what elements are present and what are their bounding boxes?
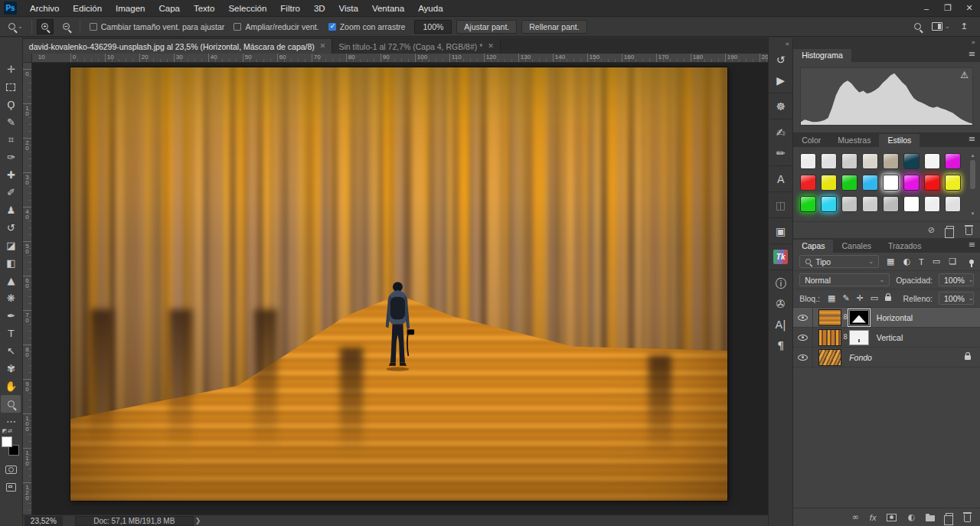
tab-close-icon[interactable]: ✕	[320, 43, 326, 50]
style-swatch[interactable]	[924, 196, 940, 212]
style-swatch[interactable]	[924, 175, 940, 191]
brush-tool[interactable]: ✐	[1, 184, 21, 201]
layer-mask-thumbnail[interactable]	[849, 310, 869, 325]
lock-artboard-icon[interactable]: ▭	[871, 294, 878, 302]
style-swatch[interactable]	[800, 196, 816, 212]
actions-panel-icon[interactable]: ▶	[769, 70, 792, 90]
visibility-cell[interactable]	[793, 348, 813, 367]
layer-name[interactable]: Vertical	[877, 333, 903, 342]
zoom-out-button[interactable]: −	[58, 19, 75, 34]
tab-canales[interactable]: Canales	[833, 240, 880, 253]
status-doc-size[interactable]: Doc: 57,1 MB/191,8 MB	[75, 516, 194, 526]
tab-close-icon[interactable]: ✕	[488, 43, 494, 50]
eyedropper-tool[interactable]: ✑	[1, 149, 21, 166]
history-brush-tool[interactable]: ↺	[1, 219, 21, 237]
brush-settings-panel-icon[interactable]: ✍	[769, 122, 792, 142]
workspace-switcher[interactable]: ⌄	[932, 22, 950, 31]
style-swatch[interactable]	[800, 153, 816, 169]
type-tool[interactable]: T	[1, 325, 21, 342]
eye-icon[interactable]	[798, 315, 808, 321]
menu-ventana[interactable]: Ventana	[365, 4, 411, 13]
tab-capas[interactable]: Capas	[793, 240, 833, 253]
quick-selection-tool[interactable]: ✎	[1, 113, 21, 131]
character-panel-icon[interactable]: A	[769, 168, 792, 189]
style-swatch[interactable]	[883, 153, 899, 169]
fill-screen-button[interactable]: Rellenar pant.	[521, 20, 586, 34]
filter-shape-layers-icon[interactable]: ▭	[933, 257, 940, 266]
opacity-field[interactable]: 100% ⌄	[939, 273, 974, 286]
path-selection-tool[interactable]: ↖	[1, 342, 21, 360]
checkbox-icon[interactable]	[234, 23, 241, 31]
search-icon[interactable]	[914, 23, 921, 30]
layer-thumbnail[interactable]	[818, 329, 841, 346]
fit-screen-button[interactable]: Ajustar pant.	[456, 20, 517, 34]
checkbox-option[interactable]: Ampliar/reducir vent.	[229, 22, 323, 31]
zoom-tool-preset[interactable]: ⌄	[5, 23, 27, 30]
checkbox-icon[interactable]	[90, 23, 97, 31]
info-panel-icon[interactable]: ⓘ	[769, 273, 792, 293]
foreground-background-colors[interactable]: ◩⇄	[2, 436, 20, 456]
device-preview-panel-icon[interactable]: ✇	[769, 293, 792, 314]
glyphs-panel-icon[interactable]: A|	[769, 314, 792, 335]
healing-brush-tool[interactable]: ✚	[1, 166, 21, 184]
status-chevron-icon[interactable]: ❯	[195, 518, 201, 524]
lock-position-icon[interactable]: ✛	[857, 294, 864, 302]
tk-actions-panel-icon[interactable]: Tk	[769, 247, 792, 267]
menu-imagen[interactable]: Imagen	[109, 4, 152, 13]
style-swatch[interactable]	[841, 196, 858, 212]
layer-row[interactable]: Fondo	[793, 348, 980, 368]
smudge-tool[interactable]: ❋	[1, 289, 21, 307]
style-swatch[interactable]	[945, 153, 961, 169]
blur-tool[interactable]: ▲	[1, 272, 21, 289]
lock-all-icon[interactable]	[885, 296, 891, 301]
pen-tool[interactable]: ✒	[1, 307, 21, 325]
canvas-image[interactable]	[70, 67, 727, 501]
style-swatch[interactable]	[945, 196, 961, 212]
new-layer-icon[interactable]	[946, 513, 953, 521]
style-swatch[interactable]	[841, 175, 858, 191]
adjustment-layer-icon[interactable]: ◐	[907, 513, 915, 521]
screen-mode-button[interactable]	[1, 479, 21, 496]
tab-trazados[interactable]: Trazados	[880, 240, 929, 253]
menu-3d[interactable]: 3D	[307, 4, 332, 13]
scroll-thumb[interactable]	[970, 160, 975, 189]
new-group-icon[interactable]	[926, 515, 935, 521]
style-swatch[interactable]	[821, 153, 837, 169]
tab-histograma[interactable]: Histograma	[793, 49, 851, 62]
lock-transparency-icon[interactable]: ▦	[828, 294, 835, 302]
style-swatch[interactable]	[945, 175, 961, 191]
filter-toggle-icon[interactable]	[969, 260, 974, 264]
clone-stamp-tool[interactable]: ♟	[1, 201, 21, 219]
warning-icon[interactable]: ⚠	[960, 70, 969, 80]
document-tab[interactable]: Sin título-1 al 72,7% (Capa 4, RGB/8#) *…	[332, 39, 500, 54]
style-swatch[interactable]	[924, 153, 940, 169]
canvas-viewport[interactable]	[32, 63, 768, 515]
lasso-tool[interactable]: Ϙ	[1, 96, 21, 113]
properties-panel-icon[interactable]: ▣	[769, 221, 792, 241]
layer-filter-field[interactable]: Tipo ⌄	[799, 255, 879, 268]
scroll-up-icon[interactable]: ▴	[972, 153, 975, 158]
menu-archivo[interactable]: Archivo	[23, 4, 66, 13]
style-swatch[interactable]	[862, 175, 878, 191]
eye-icon[interactable]	[798, 335, 808, 341]
menu-capa[interactable]: Capa	[152, 4, 187, 13]
checkbox-icon[interactable]	[328, 23, 336, 31]
tab-estilos[interactable]: Estilos	[879, 134, 920, 147]
style-swatch[interactable]	[821, 196, 837, 212]
add-mask-icon[interactable]	[887, 514, 897, 521]
eraser-tool[interactable]: ◪	[1, 237, 21, 254]
expand-panels-icon[interactable]: «	[782, 41, 793, 49]
style-swatch[interactable]	[821, 175, 837, 191]
clear-style-icon[interactable]: ⊘	[928, 226, 935, 234]
menu-ayuda[interactable]: Ayuda	[411, 4, 449, 13]
layer-style-fx-icon[interactable]: fx	[870, 513, 877, 522]
eye-icon[interactable]	[798, 354, 808, 361]
filter-type-layers-icon[interactable]: T	[919, 257, 924, 266]
navigator-panel-icon[interactable]: ☸	[769, 96, 792, 116]
checkbox-option[interactable]: Cambiar tamaño vent. para ajustar	[85, 22, 230, 31]
zoom-in-button[interactable]: +	[37, 19, 54, 34]
style-swatch[interactable]	[862, 153, 878, 169]
checkbox-option[interactable]: Zoom con arrastre	[324, 22, 410, 31]
paragraph-panel-icon[interactable]: ¶	[769, 335, 792, 355]
rectangular-marquee-tool[interactable]	[1, 78, 21, 96]
